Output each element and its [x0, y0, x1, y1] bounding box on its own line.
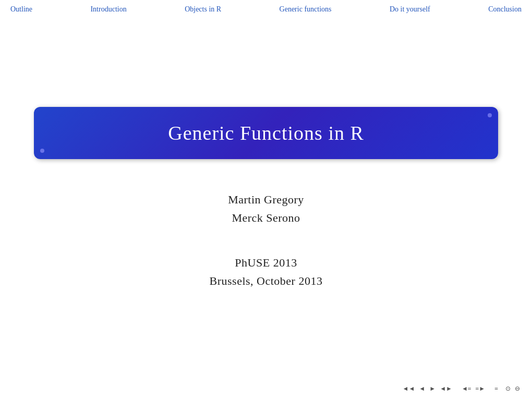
conference-section: PhUSE 2013 Brussels, October 2013: [210, 253, 323, 290]
nav-section-prev-icon[interactable]: ◄≡: [460, 384, 473, 394]
navigation-controls: ◄◄ ◄ ► ◄► ◄≡ ≡► ≡ ⊙ ⊖: [401, 384, 522, 394]
nav-item-objects-in-r[interactable]: Objects in R: [185, 5, 221, 14]
author-name-line1: Martin Gregory: [228, 190, 304, 209]
author-section: Martin Gregory Merck Serono: [228, 190, 304, 227]
slide-title: Generic Functions in R: [55, 122, 477, 144]
title-banner: Generic Functions in R: [34, 107, 498, 159]
conference-line1: PhUSE 2013: [210, 253, 323, 272]
nav-prev-icon[interactable]: ◄: [417, 384, 427, 394]
nav-last-icon[interactable]: ◄►: [438, 384, 454, 394]
nav-item-outline[interactable]: Outline: [10, 5, 32, 14]
conference-line2: Brussels, October 2013: [210, 272, 323, 290]
top-nav-bar: Outline Introduction Objects in R Generi…: [0, 0, 532, 19]
nav-item-introduction[interactable]: Introduction: [90, 5, 126, 14]
center-align-icon[interactable]: ≡: [493, 384, 500, 394]
slide-content: Generic Functions in R Martin Gregory Me…: [0, 19, 532, 378]
zoom-minus-icon[interactable]: ⊖: [513, 384, 522, 394]
nav-first-icon[interactable]: ◄◄: [401, 384, 417, 394]
nav-item-generic-functions[interactable]: Generic functions: [280, 5, 332, 14]
bottom-controls-bar: ◄◄ ◄ ► ◄► ◄≡ ≡► ≡ ⊙ ⊖: [0, 378, 532, 399]
nav-item-do-it-yourself[interactable]: Do it yourself: [390, 5, 430, 14]
nav-item-conclusion[interactable]: Conclusion: [488, 5, 522, 14]
author-name-line2: Merck Serono: [228, 209, 304, 227]
nav-section-next-icon[interactable]: ≡►: [474, 384, 487, 394]
zoom-icon[interactable]: ⊙: [504, 384, 512, 394]
nav-next-icon[interactable]: ►: [428, 384, 437, 394]
